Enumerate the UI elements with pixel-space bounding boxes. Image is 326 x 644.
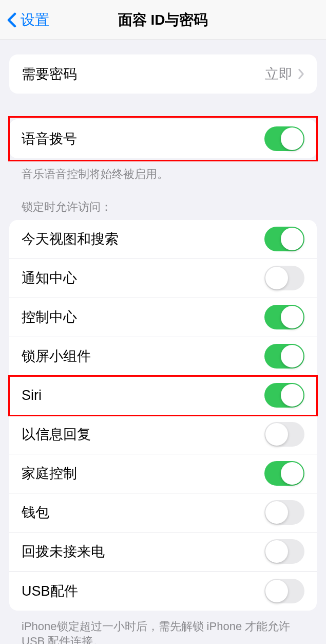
lock-access-row[interactable]: 家庭控制 <box>9 454 317 493</box>
lock-access-group: 今天视图和搜索通知中心控制中心锁屏小组件Siri以信息回复家庭控制钱包回拨未接来… <box>9 220 317 611</box>
voice-dial-row[interactable]: 语音拨号 <box>9 119 317 158</box>
row-label: 今天视图和搜索 <box>22 230 119 248</box>
row-label: 回拨未接来电 <box>22 542 105 561</box>
back-button[interactable]: 设置 <box>0 10 49 30</box>
lock-access-toggle[interactable] <box>264 227 304 251</box>
voice-dial-toggle[interactable] <box>264 126 304 151</box>
lock-access-row[interactable]: 以信息回复 <box>9 415 317 454</box>
header-bar: 设置 面容 ID与密码 <box>0 0 326 40</box>
lock-access-row[interactable]: Siri <box>9 376 317 415</box>
lock-access-toggle[interactable] <box>264 383 304 408</box>
lock-access-row[interactable]: 控制中心 <box>9 298 317 337</box>
page-title: 面容 ID与密码 <box>118 10 208 30</box>
row-label: 以信息回复 <box>22 425 91 444</box>
row-label: 钱包 <box>22 503 49 522</box>
require-passcode-row[interactable]: 需要密码 立即 <box>9 54 317 94</box>
lock-access-row[interactable]: 通知中心 <box>9 259 317 298</box>
lock-access-footer: iPhone锁定超过一小时后，需先解锁 iPhone 才能允许USB 配件连接。 <box>9 611 317 644</box>
back-label: 设置 <box>21 10 49 30</box>
lock-access-toggle[interactable] <box>264 305 304 329</box>
lock-access-row[interactable]: 今天视图和搜索 <box>9 220 317 259</box>
lock-access-toggle[interactable] <box>264 500 304 525</box>
lock-access-toggle[interactable] <box>264 344 304 369</box>
chevron-right-icon <box>298 68 304 80</box>
row-label: 通知中心 <box>22 269 77 287</box>
row-value: 立即 <box>265 65 293 83</box>
lock-access-row[interactable]: 锁屏小组件 <box>9 337 317 376</box>
row-label: 锁屏小组件 <box>22 347 91 365</box>
voice-dial-group: 语音拨号 <box>9 119 317 158</box>
lock-access-header: 锁定时允许访问： <box>9 182 317 220</box>
lock-access-row[interactable]: USB配件 <box>9 572 317 611</box>
lock-access-toggle[interactable] <box>264 422 304 447</box>
lock-access-toggle[interactable] <box>264 461 304 486</box>
chevron-left-icon <box>7 12 16 28</box>
row-label: 语音拨号 <box>22 130 77 148</box>
row-label: Siri <box>22 388 42 403</box>
row-label: 控制中心 <box>22 308 77 326</box>
lock-access-toggle[interactable] <box>264 266 304 290</box>
row-label: USB配件 <box>22 582 78 600</box>
voice-dial-footer: 音乐语音控制将始终被启用。 <box>9 158 317 182</box>
lock-access-row[interactable]: 钱包 <box>9 493 317 532</box>
lock-access-toggle[interactable] <box>264 539 304 564</box>
lock-access-toggle[interactable] <box>264 579 304 603</box>
passcode-group: 需要密码 立即 <box>9 54 317 94</box>
row-label: 家庭控制 <box>22 464 77 483</box>
lock-access-row[interactable]: 回拨未接来电 <box>9 532 317 572</box>
row-label: 需要密码 <box>22 65 77 83</box>
